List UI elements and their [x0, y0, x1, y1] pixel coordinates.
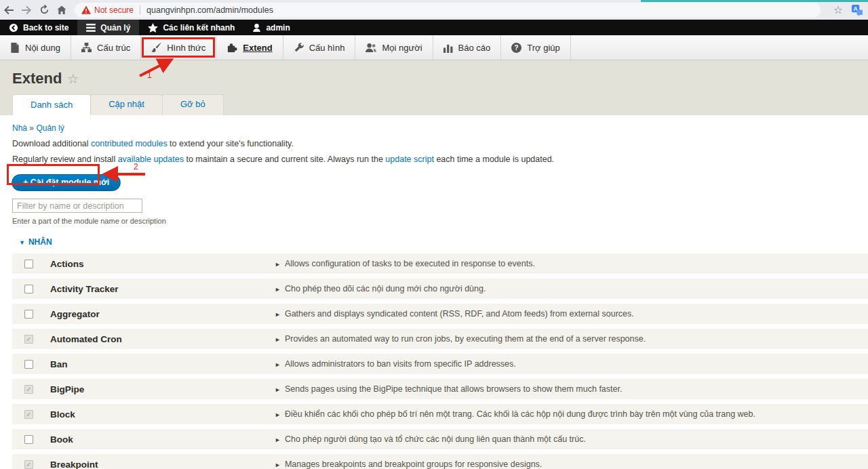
- module-description-text: Gathers and displays syndicated content …: [285, 309, 634, 319]
- window-accent-strip: [641, 0, 868, 2]
- module-description-text: Cho phép theo dõi các nội dung mới cho n…: [285, 284, 486, 293]
- user-icon: [252, 23, 261, 33]
- nav-item-appearance[interactable]: Hình thức: [141, 35, 216, 60]
- expand-arrow-icon: ►: [275, 436, 281, 443]
- module-checkbox: ✓: [24, 385, 33, 394]
- nav-item-extend[interactable]: Extend: [216, 35, 283, 60]
- module-name: Activity Tracker: [50, 284, 275, 294]
- available-updates-link[interactable]: available updates: [118, 155, 184, 164]
- table-row: Activity Tracker►Cho phép theo dõi các n…: [12, 279, 868, 299]
- browser-home-icon[interactable]: [53, 3, 71, 18]
- configuration-icon: [294, 43, 304, 53]
- module-checkbox[interactable]: [24, 360, 33, 369]
- collapse-triangle-icon: ▼: [19, 239, 25, 246]
- nav-item-configuration[interactable]: Cấu hình: [283, 35, 356, 60]
- page-header: Extend ☆ Danh sách Cập nhật Gỡ bỏ: [0, 60, 868, 115]
- translate-icon[interactable]: A: [851, 4, 863, 16]
- security-warning[interactable]: Not secure: [94, 5, 134, 15]
- modules-table: Actions►Allows configuration of tasks to…: [0, 253, 868, 469]
- expand-arrow-icon: ►: [275, 261, 281, 268]
- table-row: Actions►Allows configuration of tasks to…: [12, 253, 868, 274]
- back-circle-icon: [9, 23, 18, 33]
- shortcut-star-icon[interactable]: ☆: [67, 71, 79, 87]
- module-checkbox[interactable]: [24, 285, 33, 293]
- screen: Not secure quangvinhpn.com/admin/modules…: [0, 0, 868, 469]
- table-row: Book►Cho phép người dùng tạo và tổ chức …: [12, 429, 868, 449]
- table-row: Ban►Allows administrators to ban visits …: [12, 354, 868, 374]
- module-name: Aggregator: [50, 309, 275, 319]
- structure-icon: [81, 43, 92, 53]
- module-description[interactable]: ►Provides an automated way to run cron j…: [275, 334, 868, 344]
- browser-reload-icon[interactable]: [35, 3, 53, 18]
- table-row: ✓Block►Điều khiển các khối cho phép bố t…: [12, 404, 868, 424]
- nav-item-content[interactable]: Nội dung: [0, 35, 71, 60]
- module-name: Automated Cron: [50, 334, 275, 344]
- address-bar[interactable]: Not secure quangvinhpn.com/admin/modules: [75, 3, 821, 18]
- contributed-modules-link[interactable]: contributed modules: [91, 139, 167, 148]
- shortcuts-menu-button[interactable]: Các liên kết nhanh: [139, 20, 243, 35]
- expand-arrow-icon: ►: [275, 361, 281, 368]
- expand-arrow-icon: ►: [275, 411, 281, 418]
- filter-help-text: Enter a part of the module name or descr…: [12, 217, 868, 225]
- nav-item-structure[interactable]: Cấu trúc: [71, 35, 141, 60]
- table-row: ✓BigPipe►Sends pages using the BigPipe t…: [12, 379, 868, 399]
- tab-danh-sach[interactable]: Danh sách: [12, 94, 91, 115]
- module-name: Actions: [50, 259, 275, 269]
- section-core-header[interactable]: ▼NHÂN: [19, 237, 868, 247]
- module-checkbox[interactable]: [24, 260, 33, 268]
- reports-icon: [443, 43, 453, 53]
- nav-item-help[interactable]: ? Trợ giúp: [501, 35, 571, 60]
- install-new-module-button[interactable]: + Cài đặt module mới: [12, 174, 121, 191]
- module-description[interactable]: ►Gathers and displays syndicated content…: [275, 309, 868, 319]
- svg-text:?: ?: [515, 44, 519, 52]
- module-name: Breakpoint: [50, 460, 275, 469]
- breadcrumb-separator: »: [29, 123, 34, 133]
- page-title: Extend ☆: [12, 70, 79, 87]
- primary-tabs: Danh sách Cập nhật Gỡ bỏ: [12, 94, 223, 115]
- update-script-link[interactable]: update script: [385, 155, 434, 164]
- tab-cap-nhat[interactable]: Cập nhật: [90, 94, 163, 115]
- admin-menu-tray: Nội dung Cấu trúc Hình thức Extend Cấu h…: [0, 35, 868, 60]
- manage-menu-button[interactable]: Quản lý: [77, 20, 139, 35]
- module-description-text: Điều khiển các khối cho phép bố trí nên …: [285, 409, 755, 419]
- back-to-site-button[interactable]: Back to site: [0, 20, 77, 35]
- module-description[interactable]: ►Điều khiển các khối cho phép bố trí nên…: [275, 409, 868, 419]
- url-text[interactable]: quangvinhpn.com/admin/modules: [146, 5, 273, 15]
- bookmark-star-icon[interactable]: ☆: [833, 5, 843, 16]
- intro-paragraph-2: Regularly review and install available u…: [12, 155, 868, 164]
- browser-forward-icon[interactable]: [18, 3, 35, 18]
- module-description-text: Allows administrators to ban visits from…: [285, 359, 516, 369]
- breadcrumb-home-link[interactable]: Nhà: [12, 123, 27, 133]
- module-checkbox[interactable]: [24, 435, 33, 444]
- module-description[interactable]: ►Allows configuration of tasks to be exe…: [275, 259, 868, 268]
- browser-back-icon[interactable]: [0, 3, 18, 18]
- table-row: ✓Breakpoint►Manages breakpoints and brea…: [12, 454, 868, 469]
- module-name: Ban: [50, 359, 275, 369]
- help-icon: ?: [511, 43, 521, 53]
- module-description-text: Allows configuration of tasks to be exec…: [285, 259, 535, 268]
- breadcrumb: Nhà » Quản lý: [12, 123, 868, 133]
- module-description[interactable]: ►Sends pages using the BigPipe technique…: [275, 384, 868, 394]
- module-description[interactable]: ►Cho phép theo dõi các nội dung mới cho …: [275, 284, 868, 293]
- appearance-icon: [151, 43, 161, 53]
- module-description[interactable]: ►Cho phép người dùng tạo và tổ chức các …: [275, 434, 868, 444]
- module-description[interactable]: ►Manages breakpoints and breakpoint grou…: [275, 460, 868, 469]
- tab-go-bo[interactable]: Gỡ bỏ: [162, 94, 224, 115]
- module-description-text: Provides an automated way to run cron jo…: [285, 334, 646, 344]
- module-filter-input[interactable]: [12, 199, 142, 213]
- content-icon: [10, 43, 20, 53]
- user-menu-button[interactable]: admin: [243, 20, 298, 35]
- expand-arrow-icon: ►: [275, 386, 281, 393]
- people-icon: [366, 43, 376, 53]
- hamburger-icon: [86, 24, 96, 32]
- breadcrumb-admin-link[interactable]: Quản lý: [36, 123, 64, 133]
- module-checkbox: ✓: [24, 335, 33, 344]
- expand-arrow-icon: ►: [275, 462, 281, 468]
- module-name: Book: [50, 434, 275, 445]
- address-divider: [140, 5, 140, 15]
- module-checkbox: ✓: [24, 460, 33, 469]
- module-checkbox[interactable]: [24, 310, 33, 319]
- nav-item-reports[interactable]: Báo cáo: [433, 35, 502, 60]
- module-description[interactable]: ►Allows administrators to ban visits fro…: [275, 359, 868, 369]
- nav-item-people[interactable]: Mọi người: [355, 35, 433, 60]
